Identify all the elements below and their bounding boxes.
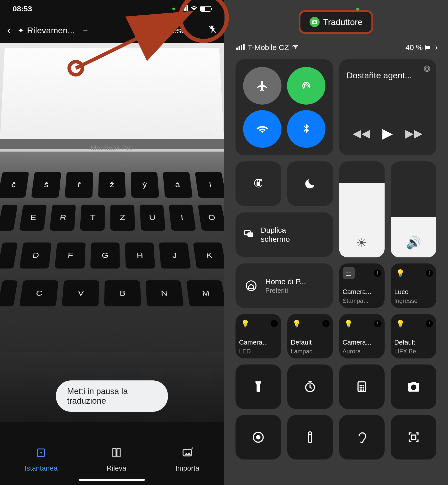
camera-viewfinder[interactable]: MacBook Pro čšřžýáí ERTZUIO DFGHJK CVBNM… (0, 43, 224, 422)
pause-translation-button[interactable]: Metti in pausa la traduzione (56, 380, 168, 412)
airplane-mode-toggle[interactable] (243, 67, 281, 105)
screen-mirroring-button[interactable]: Duplicaschermo (235, 212, 333, 257)
home-favorites-button[interactable]: Home di P...Preferiti (235, 263, 333, 308)
cellular-icon (235, 43, 245, 52)
homekit-tile-5[interactable]: 💡! Default LIFX Be... (391, 314, 436, 358)
hk-name: Camera... (343, 288, 381, 296)
orientation-lock-toggle[interactable] (235, 161, 281, 206)
wifi-icon (292, 43, 299, 52)
battery-icon (425, 45, 436, 50)
photo-content: MacBook Pro čšřžýáí ERTZUIO DFGHJK CVBNM (0, 43, 224, 422)
homekit-tile-4[interactable]: 💡! Camera... Aurora (339, 314, 385, 358)
macbook-label: MacBook Pro (0, 144, 224, 152)
media-prev-button[interactable]: ◀◀ (353, 127, 370, 140)
svg-point-25 (363, 387, 364, 389)
key-row-2: DFGHJK (0, 243, 224, 269)
bottom-nav: ✦ Istantanea Rileva + Importa (0, 442, 224, 485)
hk-name: Default (291, 338, 329, 346)
bulb-icon: 💡 (343, 318, 355, 330)
svg-rect-4 (117, 449, 120, 457)
connectivity-group (235, 59, 333, 155)
remote-button[interactable] (287, 415, 333, 459)
calculator-button[interactable] (339, 365, 385, 409)
control-center: Traduttore T-Mobile CZ 40 % Dostaňte ag (224, 0, 448, 485)
svg-rect-14 (257, 182, 260, 186)
scan-icon (111, 447, 122, 461)
alert-icon: ! (426, 270, 433, 277)
hk-sub: LIFX Be... (394, 348, 433, 355)
lock-rotation-icon (235, 161, 281, 206)
plug-icon: ⚍ (343, 267, 355, 279)
timer-button[interactable] (287, 365, 333, 409)
camera-icon (310, 17, 320, 27)
hearing-button[interactable] (339, 415, 385, 459)
media-next-button[interactable]: ▶▶ (405, 127, 422, 140)
bulb-icon: 💡 (291, 318, 303, 330)
hk-sub: Aurora (343, 348, 381, 355)
qr-scan-button[interactable] (391, 415, 436, 459)
svg-point-32 (309, 434, 311, 435)
hk-name: Default (394, 338, 433, 346)
bluetooth-toggle[interactable] (287, 110, 325, 148)
media-play-button[interactable]: ▶ (382, 125, 393, 141)
homekit-tile-2[interactable]: 💡! Camera... LED (235, 314, 281, 358)
source-language-button[interactable]: ✦ Rilevamen... (18, 26, 75, 35)
carrier-label: T-Mobile CZ (248, 43, 289, 52)
cellular-data-toggle[interactable] (287, 67, 325, 105)
instant-icon: ✦ (35, 447, 46, 461)
nav-scan[interactable]: Rileva (107, 447, 126, 472)
sparkle-icon: ✦ (18, 26, 24, 35)
homekit-tile-1[interactable]: 💡! Luce Ingresso (391, 263, 436, 308)
nav-instant[interactable]: ✦ Istantanea (25, 447, 58, 472)
wifi-toggle[interactable] (243, 110, 281, 148)
media-title: Dostaňte agent... (347, 70, 429, 80)
camera-indicator-dot (172, 8, 175, 10)
home-indicator[interactable] (79, 479, 145, 481)
left-screenshot: 08:53 ‹ ✦ Rilevamen... → Inglese MacBook… (0, 0, 224, 485)
key-row-accents: čšřžýáí (0, 172, 224, 198)
nav-import[interactable]: + Importa (175, 447, 199, 472)
volume-slider[interactable]: 🔊 (391, 161, 436, 257)
media-controls[interactable]: Dostaňte agent... ◀◀ ▶ ▶▶ (339, 59, 437, 155)
brightness-slider[interactable]: ☀ (339, 161, 385, 257)
hk-sub: Lampad... (291, 348, 329, 355)
alert-icon: ! (322, 320, 329, 327)
moon-icon (287, 161, 333, 206)
key-row-1: ERTZUIO (0, 205, 224, 231)
svg-point-20 (360, 385, 361, 386)
svg-point-27 (361, 389, 363, 391)
svg-point-24 (361, 387, 363, 389)
svg-rect-33 (411, 435, 416, 439)
back-button[interactable]: ‹ (7, 24, 11, 36)
nav-scan-label: Rileva (107, 464, 126, 472)
bulb-icon: 💡 (394, 267, 406, 279)
hk-sub: Ingresso (394, 297, 433, 304)
mirror-line1: Duplica (261, 226, 290, 235)
svg-rect-16 (247, 232, 253, 237)
svg-point-21 (361, 385, 363, 386)
svg-rect-31 (309, 432, 312, 443)
svg-text:+: + (191, 447, 193, 451)
status-time: 08:53 (13, 5, 32, 13)
record-button[interactable] (235, 415, 281, 459)
active-app-pill[interactable]: Traduttore (299, 10, 373, 34)
svg-point-28 (363, 389, 364, 391)
flashlight-button[interactable] (235, 365, 281, 409)
camera-button[interactable] (391, 365, 436, 409)
camera-indicator-dot (356, 8, 359, 11)
alert-icon: ! (374, 270, 381, 277)
swap-arrow-icon: → (82, 26, 89, 34)
hk-sub: Stampa... (343, 297, 381, 304)
nav-instant-label: Istantanea (25, 464, 58, 472)
homekit-tile-0[interactable]: ⚍! Camera... Stampa... (339, 263, 385, 308)
nav-import-label: Importa (175, 464, 199, 472)
bulb-icon: 💡 (394, 318, 406, 330)
homekit-tile-3[interactable]: 💡! Default Lampad... (287, 314, 333, 358)
svg-point-22 (363, 385, 364, 386)
airplay-icon[interactable] (423, 65, 431, 74)
do-not-disturb-toggle[interactable] (287, 161, 333, 206)
hk-name: Camera... (239, 338, 278, 346)
hk-sub: LED (239, 348, 278, 355)
home-title: Home di P... (265, 277, 306, 286)
svg-marker-6 (184, 452, 191, 455)
